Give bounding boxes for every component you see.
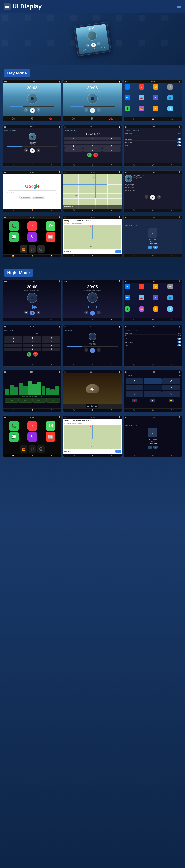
- app-bt[interactable]: ₿: [153, 95, 158, 100]
- dial-5[interactable]: 5: [83, 141, 102, 144]
- night-nav-call-1[interactable]: 📞: [13, 364, 15, 366]
- app-music[interactable]: ♪: [139, 84, 144, 90]
- nav-bt-3[interactable]: ⚙: [51, 164, 52, 166]
- night-dial-5[interactable]: 5: [23, 340, 41, 343]
- dial-hash[interactable]: #: [102, 148, 121, 152]
- menu-icon[interactable]: [4, 3, 10, 10]
- night-bt-next[interactable]: ⏭: [97, 348, 101, 352]
- night-nav-n-1[interactable]: 📞: [133, 409, 135, 411]
- nav-bt-2[interactable]: 🔊: [32, 164, 33, 166]
- play-btn-1[interactable]: ⏸: [30, 108, 35, 113]
- dial-3[interactable]: 3: [102, 137, 121, 140]
- night-dial-star[interactable]: *: [4, 348, 23, 351]
- home-nav-3[interactable]: ⚙: [171, 118, 173, 121]
- night-next-2[interactable]: ⏭: [97, 311, 101, 314]
- bt-next[interactable]: ⏭: [36, 148, 41, 152]
- night-nav-h-1[interactable]: 📞: [133, 319, 135, 320]
- night-dial-9[interactable]: 9: [42, 344, 60, 347]
- np-back-btn[interactable]: ◀: [148, 246, 152, 249]
- nav-bt-1[interactable]: 📞: [13, 164, 15, 166]
- night-nav-bm-2[interactable]: 🔊: [92, 364, 94, 366]
- night-cp-maps[interactable]: 🗺: [46, 421, 55, 431]
- local-next[interactable]: ⏭: [157, 195, 161, 199]
- app-youtube[interactable]: ▶: [153, 106, 158, 111]
- prev-btn-2[interactable]: ⏮: [84, 108, 88, 112]
- power-toggle[interactable]: [178, 145, 181, 146]
- night-nav-cf-2[interactable]: 🏠: [92, 455, 94, 456]
- cp-dock-3[interactable]: 🎧: [37, 245, 45, 253]
- night-dial-1[interactable]: 1: [4, 336, 23, 340]
- night-next-1[interactable]: ⏭: [36, 311, 41, 314]
- local-item-2[interactable]: 年轻_对话.mp3: [125, 186, 181, 189]
- freq-1[interactable]: BASS: [4, 398, 18, 403]
- dial-8[interactable]: 8: [83, 145, 102, 148]
- night-cp-phone[interactable]: 📞: [9, 421, 19, 431]
- nav-settings-1[interactable]: 📞: [133, 164, 135, 166]
- app-waze[interactable]: 🗺: [125, 95, 130, 100]
- dial-0[interactable]: 0: [83, 148, 102, 152]
- night-cp-pod[interactable]: 🎙: [27, 432, 37, 442]
- night-nav-bm-3[interactable]: ⚙: [111, 364, 112, 366]
- progress-bar-1[interactable]: [10, 106, 54, 106]
- dial-2[interactable]: 2: [83, 137, 102, 140]
- app-telegram[interactable]: ✈: [125, 84, 130, 90]
- freq-4[interactable]: VOL: [47, 398, 60, 403]
- home-nav-1[interactable]: 📞: [133, 118, 135, 121]
- end-call-btn[interactable]: 📵: [94, 153, 98, 157]
- dial-7[interactable]: 7: [64, 145, 83, 148]
- night-dial-2[interactable]: 2: [23, 336, 41, 340]
- night-nav-set-1[interactable]: 📞: [133, 364, 135, 366]
- nav-local-1[interactable]: 📞: [133, 210, 135, 211]
- night-app-5[interactable]: 🗺: [125, 295, 130, 300]
- night-dial-8[interactable]: 8: [23, 344, 41, 347]
- night-answer-btn[interactable]: 📞: [27, 352, 31, 356]
- nav-gps-1[interactable]: 🔊 GPS: [30, 117, 33, 121]
- night-nav-btn-2[interactable]: 🏠: [150, 399, 155, 402]
- arrow-right[interactable]: →: [162, 385, 180, 391]
- nav-np-1[interactable]: 📞: [133, 255, 135, 256]
- home-nav-2[interactable]: 🏠: [152, 118, 154, 121]
- dial-star[interactable]: *: [64, 148, 83, 152]
- night-dial-4[interactable]: 4: [4, 340, 23, 343]
- nav-call-3[interactable]: ⚙: [111, 164, 112, 166]
- night-nav-2-2[interactable]: 🔊: [91, 319, 93, 320]
- night-play-1[interactable]: ⏸: [30, 311, 35, 315]
- night-nav-btn-3[interactable]: ⭐: [169, 399, 174, 402]
- night-bt-prev[interactable]: ⏮: [84, 348, 88, 352]
- nav-local-3[interactable]: ⚙: [171, 210, 172, 211]
- app-radio[interactable]: 📻: [139, 106, 144, 111]
- night-nav-bm-1[interactable]: 📞: [73, 364, 75, 366]
- night-nav-call-2[interactable]: 🔊: [32, 364, 33, 366]
- night-end-btn[interactable]: 📵: [33, 352, 38, 356]
- nav-auto-1[interactable]: 🚗 AUTO: [49, 117, 52, 121]
- night-nav-w-3[interactable]: ⚙: [51, 409, 52, 411]
- night-cp-news[interactable]: 📰: [46, 432, 55, 442]
- night-cp-dock-3[interactable]: 🎧: [37, 445, 45, 453]
- nav-google-1[interactable]: 📞: [13, 210, 15, 211]
- night-nav-cf-1[interactable]: 📞: [73, 455, 75, 456]
- app-settings[interactable]: ⚙: [167, 84, 173, 90]
- night-cp-dock-1[interactable]: 📻: [20, 445, 27, 453]
- google-search-bar[interactable]: Search...: [7, 190, 57, 194]
- cp-news[interactable]: 📰: [46, 232, 55, 242]
- answer-btn[interactable]: 📞: [87, 153, 91, 157]
- cp-dock-2[interactable]: 🎵: [28, 245, 36, 253]
- night-nav-2-3[interactable]: 🚗: [110, 319, 112, 320]
- night-prev-2[interactable]: ⏮: [84, 311, 88, 314]
- night-app-6[interactable]: 🚗: [139, 295, 144, 300]
- app-eq[interactable]: 🎛: [167, 106, 173, 111]
- app-phone[interactable]: 📱: [125, 106, 130, 111]
- local-progress[interactable]: [130, 193, 175, 193]
- freq-3[interactable]: TREBLE: [32, 398, 46, 403]
- night-nav-ph-3[interactable]: ⚙: [111, 409, 112, 411]
- night-app-11[interactable]: ▶: [153, 306, 158, 312]
- night-nav-cf-3[interactable]: ⚙: [111, 455, 112, 456]
- night-nav-np-3[interactable]: ⚙: [171, 455, 172, 456]
- night-cp-music[interactable]: ♪: [27, 421, 37, 431]
- night-dial-6[interactable]: 6: [42, 340, 60, 343]
- auto-connect-toggle[interactable]: [178, 141, 181, 143]
- play-btn-2[interactable]: ⏸: [90, 108, 95, 113]
- local-item-1[interactable]: 华年_对话.mp3: [125, 183, 181, 186]
- hamburger-right-icon[interactable]: [177, 5, 181, 8]
- night-dial-0[interactable]: 0: [23, 348, 41, 351]
